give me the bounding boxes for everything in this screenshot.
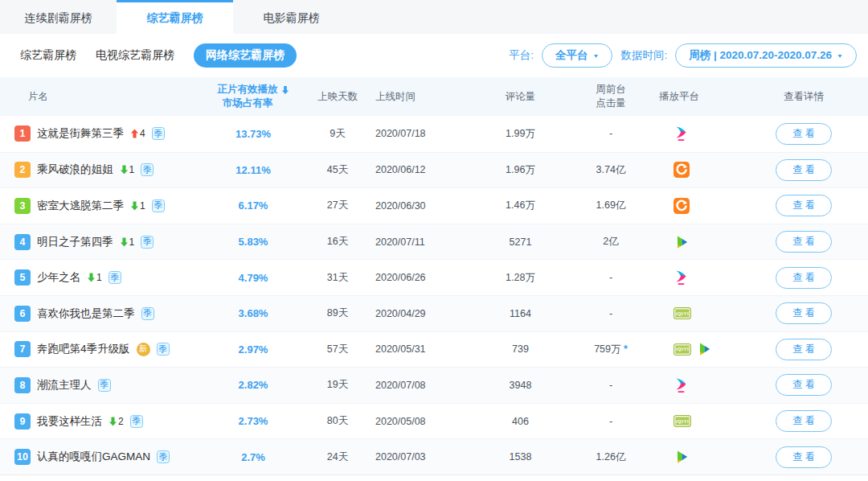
view-cell: 查看 — [739, 410, 868, 432]
view-cell: 查看 — [739, 195, 868, 216]
clicks-cell: - — [579, 272, 643, 283]
clicks-cell: 2亿 — [579, 235, 643, 249]
title-cell: 5 少年之名 1 季 — [0, 269, 201, 286]
clicks-value: 1.26亿 — [596, 451, 626, 462]
comments-cell: 1.28万 — [462, 271, 579, 285]
show-title: 我要这样生活 — [37, 414, 102, 429]
header-view-detail: 查看详情 — [739, 90, 868, 104]
trend-indicator: 1 — [87, 272, 102, 283]
youku-icon — [674, 125, 690, 142]
view-button[interactable]: 查看 — [776, 231, 832, 253]
days-cell: 45天 — [305, 163, 370, 177]
view-button-label: 查看 — [792, 272, 817, 283]
season-badge: 季 — [98, 379, 111, 392]
platform-select-value: 全平台 — [555, 48, 588, 63]
view-cell: 查看 — [739, 159, 868, 181]
tab-movie-ranking[interactable]: 电影霸屏榜 — [233, 0, 350, 34]
season-badge: 季 — [130, 415, 143, 428]
sort-descending-icon[interactable] — [281, 86, 289, 94]
share-cell: 2.73% — [201, 415, 305, 427]
view-cell: 查看 — [739, 267, 868, 289]
comments-cell: 1164 — [462, 308, 579, 319]
online-cell: 2020/06/12 — [370, 164, 462, 175]
days-cell: 27天 — [305, 199, 370, 212]
trend-indicator: 1 — [120, 236, 135, 248]
table-header: 片名 正片有效播放 市场占有率 上映天数 上线时间 评论量 周前台 点击量 播放… — [0, 77, 868, 116]
view-button-label: 查看 — [792, 343, 817, 355]
share-cell: 3.68% — [201, 307, 305, 319]
clicks-value: 1.69亿 — [596, 199, 626, 211]
comments-cell: 3948 — [462, 380, 579, 391]
clicks-value: - — [609, 272, 612, 283]
header-online-date: 上线时间 — [370, 90, 462, 104]
rank-badge: 4 — [14, 234, 31, 250]
filter-area: 平台: 全平台 ▼ 数据时间: 周榜 | 2020.07.20-2020.07.… — [509, 43, 857, 68]
youku-icon — [674, 377, 690, 393]
tencent-video-icon — [696, 341, 712, 357]
table-row: 8 潮流主理人 季 2.82% 19天 2020/07/08 3948 - 查看 — [0, 367, 868, 403]
show-title: 密室大逃脱第二季 — [37, 199, 124, 213]
show-title: 乘风破浪的姐姐 — [37, 162, 113, 177]
table-row: 4 明日之子第四季 1 季 5.83% 16天 2020/07/11 5271 … — [0, 224, 868, 260]
view-button-label: 查看 — [792, 199, 817, 211]
table-row: 6 喜欢你我也是第二季 季 3.68% 89天 2020/04/29 1164 … — [0, 295, 868, 331]
share-cell: 2.97% — [201, 343, 305, 356]
rank-badge: 3 — [14, 198, 31, 214]
ranking-page: 连续剧霸屏榜 综艺霸屏榜 电影霸屏榜 综艺霸屏榜 电视综艺霸屏榜 网络综艺霸屏榜… — [0, 0, 868, 481]
time-filter-label: 数据时间: — [620, 48, 667, 63]
view-cell: 查看 — [739, 339, 868, 360]
online-cell: 2020/05/31 — [370, 343, 462, 355]
header-share-sortable[interactable]: 正片有效播放 市场占有率 — [201, 83, 305, 110]
clicks-value: 2亿 — [603, 236, 618, 247]
trend-value: 2 — [118, 416, 124, 427]
mgtv-icon — [674, 198, 690, 214]
mgtv-icon — [674, 162, 690, 178]
online-cell: 2020/07/03 — [370, 451, 462, 462]
platform-cell — [643, 234, 739, 250]
show-title: 认真的嘎嘎们GAGMAN — [37, 450, 150, 464]
table-row: 1 这就是街舞第三季 4 季 13.73% 9天 2020/07/18 1.99… — [0, 116, 868, 152]
sub-tab-bar: 综艺霸屏榜 电视综艺霸屏榜 网络综艺霸屏榜 平台: 全平台 ▼ 数据时间: 周榜… — [0, 34, 868, 77]
iqiyi-icon: iQIYI — [674, 415, 691, 427]
trend-arrow-icon — [120, 165, 129, 175]
season-badge: 季 — [141, 236, 154, 249]
view-button[interactable]: 查看 — [776, 159, 832, 181]
comments-cell: 1.96万 — [462, 163, 579, 177]
tab-series-ranking[interactable]: 连续剧霸屏榜 — [0, 0, 117, 34]
share-cell: 12.11% — [201, 164, 305, 176]
view-button[interactable]: 查看 — [776, 267, 832, 289]
subtab-web-variety[interactable]: 网络综艺霸屏榜 — [194, 43, 297, 68]
show-title: 明日之子第四季 — [37, 235, 113, 249]
tab-variety-ranking[interactable]: 综艺霸屏榜 — [117, 0, 233, 34]
clicks-cell: - — [579, 380, 643, 391]
time-select[interactable]: 周榜 | 2020.07.20-2020.07.26 ▼ — [675, 43, 857, 68]
table-row: 3 密室大逃脱第二季 1 季 6.17% 27天 2020/06/30 1.46… — [0, 187, 868, 224]
title-cell: 1 这就是街舞第三季 4 季 — [0, 125, 201, 142]
rank-badge: 8 — [14, 377, 31, 393]
subtab-variety-all[interactable]: 综艺霸屏榜 — [20, 43, 76, 68]
view-button-label: 查看 — [792, 451, 817, 462]
comments-cell: 406 — [462, 416, 579, 427]
rank-badge: 2 — [14, 162, 31, 178]
time-select-value: 周榜 | 2020.07.20-2020.07.26 — [689, 48, 832, 63]
trend-indicator: 1 — [120, 164, 135, 175]
view-button[interactable]: 查看 — [776, 374, 832, 396]
season-badge: 季 — [152, 199, 165, 212]
view-cell: 查看 — [739, 302, 868, 324]
view-button[interactable]: 查看 — [776, 446, 832, 468]
view-button[interactable]: 查看 — [776, 339, 832, 360]
view-button[interactable]: 查看 — [776, 302, 832, 324]
clicks-value: - — [609, 416, 612, 427]
table-row: 9 我要这样生活 2 季 2.73% 80天 2020/05/08 406 - … — [0, 403, 868, 439]
view-button[interactable]: 查看 — [776, 123, 832, 145]
platform-select[interactable]: 全平台 ▼ — [542, 43, 612, 68]
days-cell: 24天 — [305, 450, 370, 464]
title-cell: 7 奔跑吧第4季升级版 新 季 — [0, 341, 201, 357]
trend-indicator: 4 — [130, 128, 145, 139]
subtab-tv-variety[interactable]: 电视综艺霸屏榜 — [96, 43, 174, 68]
platform-cell: iQIYI — [643, 307, 739, 319]
view-button-label: 查看 — [792, 236, 817, 247]
view-button[interactable]: 查看 — [776, 410, 832, 432]
view-button[interactable]: 查看 — [776, 195, 832, 216]
days-cell: 89天 — [305, 306, 370, 320]
